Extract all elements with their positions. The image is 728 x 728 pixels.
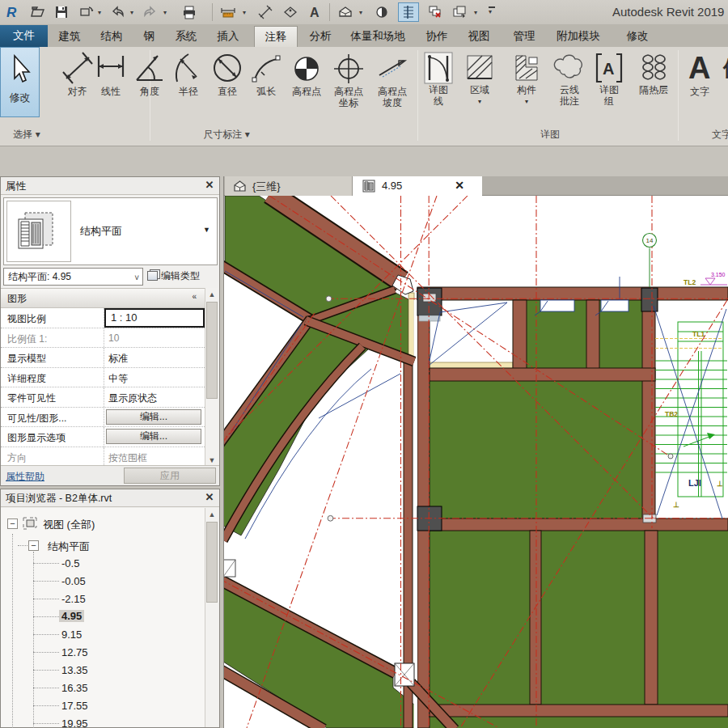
expand-views[interactable]: − — [7, 518, 18, 529]
tree-item-level-selected[interactable]: 4.95 — [59, 610, 84, 622]
type-instance-combo[interactable]: 结构平面: 4.95 ˅ — [3, 268, 143, 286]
panel-detail[interactable]: 详图 — [485, 125, 615, 144]
tree-item-level[interactable]: 17.55 — [61, 700, 88, 712]
tool-component[interactable]: 构件 ▾ — [508, 51, 545, 107]
sync-dropdown-caret[interactable]: ▾ — [98, 10, 104, 16]
section-graphics[interactable]: 图形 « — [1, 289, 205, 308]
scroll-up-icon[interactable]: ▲ — [205, 288, 218, 301]
tool-spot-elevation[interactable]: 高程点 — [286, 51, 327, 98]
tab-file[interactable]: 文件 — [0, 25, 48, 47]
measure-icon[interactable] — [220, 4, 236, 20]
redo-dropdown-caret[interactable]: ▾ — [163, 10, 170, 16]
scrollbar-thumb[interactable] — [206, 302, 218, 399]
panel-select[interactable]: 选择 ▾ — [0, 125, 53, 144]
tool-text[interactable]: A 文字 — [681, 51, 718, 98]
properties-close-icon[interactable]: ✕ — [204, 180, 215, 191]
close-hidden-windows-icon[interactable] — [427, 4, 443, 20]
scroll-up-icon[interactable]: ▲ — [205, 508, 218, 521]
tree-item-level[interactable]: -0.5 — [61, 557, 79, 569]
tree-item-level[interactable]: 9.15 — [61, 629, 82, 641]
customize-qat-caret[interactable]: ▾ — [489, 6, 495, 13]
section-icon[interactable] — [374, 4, 390, 20]
tree-item-level[interactable]: 19.95 — [61, 717, 88, 728]
tool-linear-dimension[interactable]: 线性 — [92, 51, 129, 98]
tree-root-views[interactable]: 视图 (全部) — [43, 518, 95, 532]
browser-close-icon[interactable]: ✕ — [204, 492, 215, 503]
spot-elevation-annotation[interactable] — [700, 278, 727, 285]
undo-icon[interactable] — [110, 4, 126, 20]
tool-spot-slope[interactable]: 高程点 坡度 — [372, 51, 413, 108]
combo-chevron-icon[interactable]: ˅ — [134, 270, 139, 286]
tree-item-level[interactable]: 16.35 — [61, 682, 88, 694]
switch-windows-dropdown-caret[interactable]: ▾ — [474, 10, 480, 16]
prop-row-display-model[interactable]: 显示模型 标准 — [1, 348, 205, 368]
tab-analyze[interactable]: 分析 — [301, 26, 340, 47]
text-icon[interactable]: A — [307, 4, 323, 20]
edit-type-button[interactable]: 编辑类型 — [147, 268, 218, 286]
properties-header[interactable]: 属性 ✕ — [1, 177, 219, 195]
tool-insulation[interactable]: 隔热层 — [633, 51, 675, 96]
prop-row-graphic-display-options[interactable]: 图形显示选项 编辑... — [1, 427, 205, 447]
tool-aligned-dimension[interactable]: 对齐 — [58, 51, 96, 98]
tab-massing-site[interactable]: 体量和场地 — [343, 26, 413, 47]
panel-dimension[interactable]: 尺寸标注 ▾ — [162, 125, 291, 144]
expand-structural-plans[interactable]: − — [28, 540, 39, 551]
visibility-edit-button[interactable]: 编辑... — [106, 409, 201, 425]
drawing-area[interactable]: 14 3.150 TL2 TL1 TB2 ⊥ ⊥ LJI — [224, 196, 728, 728]
redo-icon[interactable] — [142, 4, 158, 20]
properties-help-link[interactable]: 属性帮助 — [6, 470, 44, 484]
scrollbar-thumb[interactable] — [206, 522, 218, 603]
tab-structure[interactable]: 结构 — [92, 26, 131, 47]
tree-item-level[interactable]: 13.35 — [61, 664, 88, 676]
save-icon[interactable] — [53, 4, 70, 20]
tab-modify[interactable]: 修改 — [618, 26, 657, 47]
view-tab-3d[interactable]: {三维} — [225, 176, 353, 196]
grid-bubble[interactable]: 14 — [643, 234, 657, 288]
type-selector-caret[interactable]: ▼ — [203, 226, 210, 234]
prop-row-visibility-graphics[interactable]: 可见性/图形... 编辑... — [1, 408, 205, 428]
revit-logo-icon[interactable]: R — [5, 4, 21, 20]
tag-icon[interactable] — [282, 4, 298, 20]
prop-row-detail-level[interactable]: 详细程度 中等 — [1, 368, 205, 388]
section-collapse-icon[interactable]: « — [192, 292, 197, 301]
tree-structural-plans[interactable]: 结构平面 — [48, 540, 90, 554]
sync-icon[interactable] — [78, 4, 94, 20]
apply-button[interactable]: 应用 — [124, 468, 216, 484]
modify-button[interactable]: 修改 — [0, 47, 40, 117]
tool-detail-group[interactable]: A 详图 组 — [592, 51, 626, 107]
properties-scrollbar[interactable]: ▲ ▼ — [205, 288, 218, 467]
undo-dropdown-caret[interactable]: ▾ — [130, 10, 137, 16]
tree-item-level[interactable]: -0.05 — [61, 575, 86, 587]
tool-revision-cloud[interactable]: 云线 批注 — [550, 51, 589, 107]
tool-detail-line[interactable]: 详图 线 — [421, 51, 456, 107]
prop-row-scale-value[interactable]: 比例值 1: 10 — [1, 328, 205, 349]
3d-view-dropdown-caret[interactable]: ▾ — [359, 10, 366, 16]
browser-header[interactable]: 项目浏览器 - B2单体.rvt ✕ — [1, 489, 219, 507]
tree-item-level[interactable]: 12.75 — [61, 646, 88, 658]
tab-steel[interactable]: 钢 — [134, 26, 163, 47]
default-3d-view-icon[interactable] — [337, 4, 353, 20]
close-view-icon[interactable]: ✕ — [455, 179, 464, 192]
graphic-display-edit-button[interactable]: 编辑... — [106, 429, 201, 444]
tool-diameter-dimension[interactable]: 直径 — [209, 51, 246, 98]
tool-spot-coordinate[interactable]: 高程点 坐标 — [328, 51, 369, 108]
view-tab-495-active[interactable]: 4.95 ✕ — [353, 176, 482, 197]
aligned-dimension-icon[interactable] — [257, 4, 273, 20]
prop-row-parts-visibility[interactable]: 零件可见性 显示原状态 — [1, 387, 205, 408]
tab-annotate[interactable]: 注释 — [254, 26, 298, 47]
tab-systems[interactable]: 系统 — [167, 26, 205, 47]
tab-view[interactable]: 视图 — [459, 26, 498, 47]
panel-text[interactable]: 文字 — [697, 125, 728, 144]
tab-architecture[interactable]: 建筑 — [50, 26, 89, 47]
tool-arc-length-dimension[interactable]: 弧长 — [248, 51, 285, 98]
prop-row-view-scale[interactable]: 视图比例 1 : 10 — [1, 308, 205, 328]
thin-lines-toggle[interactable] — [398, 2, 419, 22]
tool-angular-dimension[interactable]: 角度 — [131, 51, 168, 98]
view-scale-input[interactable]: 1 : 10 — [104, 308, 205, 328]
switch-windows-icon[interactable] — [451, 4, 468, 20]
tab-addins[interactable]: 附加模块 — [548, 26, 608, 47]
browser-scrollbar[interactable]: ▲ — [205, 508, 218, 727]
tree-item-level[interactable]: -2.15 — [61, 593, 86, 605]
tool-radial-dimension[interactable]: 半径 — [170, 51, 207, 98]
print-icon[interactable] — [181, 4, 197, 20]
